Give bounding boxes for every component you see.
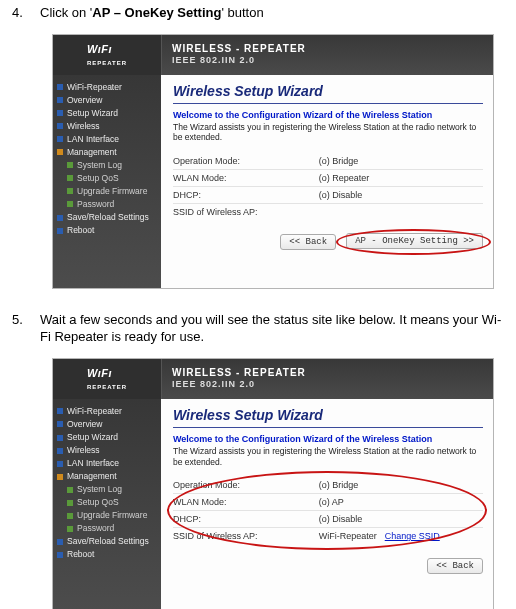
sidebar-item-label: Wireless [67,445,100,456]
step-5-instruction: 5. Wait a few seconds and you will see t… [12,311,504,346]
setting-value: (o) Disable [319,190,483,200]
sidebar-item-label: Management [67,471,117,482]
sidebar-item-label: Overview [67,419,102,430]
sidebar-item[interactable]: Management [53,146,161,159]
sidebar-item[interactable]: Wireless [53,120,161,133]
table-row: SSID of Wireless AP:WiFi-RepeaterChange … [173,527,483,544]
nav-bullet-icon [57,408,63,414]
sidebar-item[interactable]: Overview [53,94,161,107]
sidebar-item[interactable]: Upgrade Firmware [53,509,161,522]
sidebar-item[interactable]: Management [53,470,161,483]
sidebar-item[interactable]: Setup QoS [53,172,161,185]
nav-bullet-icon [67,487,73,493]
sidebar-item-label: LAN Interface [67,458,119,469]
nav-bullet-icon [67,175,73,181]
sidebar-item[interactable]: Upgrade Firmware [53,185,161,198]
sidebar-item-label: Overview [67,95,102,106]
sidebar-item[interactable]: WiFi-Repeater [53,81,161,94]
nav-bullet-icon [57,435,63,441]
nav-bullet-icon [67,526,73,532]
description-text: The Wizard assists you in registering th… [173,446,483,467]
setting-key: DHCP: [173,190,319,200]
setting-key: Operation Mode: [173,480,319,490]
sidebar-item-label: Password [77,199,114,210]
step-4-instruction: 4. Click on 'AP – OneKey Setting' button [12,4,504,22]
sidebar-item[interactable]: System Log [53,159,161,172]
sidebar-item[interactable]: System Log [53,483,161,496]
settings-table: Operation Mode:(o) BridgeWLAN Mode:(o) A… [173,477,483,544]
nav-bullet-icon [67,500,73,506]
sidebar-item-label: LAN Interface [67,134,119,145]
sidebar-item[interactable]: Save/Reload Settings [53,535,161,548]
nav-bullet-icon [57,474,63,480]
sidebar-item[interactable]: Password [53,522,161,535]
welcome-text: Welcome to the Configuration Wizard of t… [173,434,483,444]
nav-bullet-icon [57,215,63,221]
sidebar-item-label: System Log [77,160,122,171]
ap-onekey-setting-button[interactable]: AP - OneKey Setting >> [346,233,483,249]
sidebar-item-label: Upgrade Firmware [77,186,147,197]
step-5-text: Wait a few seconds and you will see the … [40,311,504,346]
nav-bullet-icon [57,539,63,545]
sidebar-item[interactable]: Setup QoS [53,496,161,509]
step-4-number: 4. [12,4,40,22]
setting-key: SSID of Wireless AP: [173,207,319,217]
sidebar-item-label: Reboot [67,225,94,236]
nav-bullet-icon [57,448,63,454]
table-row: DHCP:(o) Disable [173,186,483,203]
setting-key: WLAN Mode: [173,497,319,507]
nav-bullet-icon [57,552,63,558]
screenshot-router-ui-1: WıFı REPEATER WIRELESS - REPEATER IEEE 8… [52,34,494,289]
sidebar-item-label: Setup Wizard [67,432,118,443]
page-title: Wireless Setup Wizard [173,83,483,99]
header-titles: WIRELESS - REPEATER IEEE 802.IIN 2.0 [162,359,493,399]
nav-bullet-icon [57,228,63,234]
table-row: DHCP:(o) Disable [173,510,483,527]
step-4-text: Click on 'AP – OneKey Setting' button [40,4,504,22]
sidebar-item-label: Setup QoS [77,497,119,508]
change-ssid-link[interactable]: Change SSID [385,531,440,541]
table-row: Operation Mode:(o) Bridge [173,477,483,493]
sidebar-item[interactable]: Reboot [53,548,161,561]
sidebar-item[interactable]: Wireless [53,444,161,457]
back-button[interactable]: << Back [427,558,483,574]
sidebar-item[interactable]: Save/Reload Settings [53,211,161,224]
nav-bullet-icon [67,513,73,519]
table-row: WLAN Mode:(o) AP [173,493,483,510]
setting-key: SSID of Wireless AP: [173,531,319,541]
welcome-text: Welcome to the Configuration Wizard of t… [173,110,483,120]
sidebar-item[interactable]: Password [53,198,161,211]
sidebar-item[interactable]: LAN Interface [53,457,161,470]
setting-key: DHCP: [173,514,319,524]
table-row: SSID of Wireless AP: [173,203,483,220]
sidebar-item[interactable]: LAN Interface [53,133,161,146]
settings-table: Operation Mode:(o) BridgeWLAN Mode:(o) R… [173,153,483,220]
sidebar-item[interactable]: Reboot [53,224,161,237]
nav-bullet-icon [67,162,73,168]
sidebar-item-label: Save/Reload Settings [67,212,149,223]
nav-bullet-icon [57,97,63,103]
sidebar-item[interactable]: Overview [53,418,161,431]
step-5-number: 5. [12,311,40,346]
divider [173,103,483,104]
sidebar-item-label: Management [67,147,117,158]
sidebar-item-label: WiFi-Repeater [67,406,122,417]
sidebar-item-label: Upgrade Firmware [77,510,147,521]
sidebar-item[interactable]: Setup Wizard [53,107,161,120]
sidebar-item-label: Wireless [67,121,100,132]
page-title: Wireless Setup Wizard [173,407,483,423]
nav-bullet-icon [67,188,73,194]
brand-logo: WıFı REPEATER [53,359,162,399]
nav-bullet-icon [57,84,63,90]
sidebar-item-label: Reboot [67,549,94,560]
brand-logo: WıFı REPEATER [53,35,162,75]
sidebar-item[interactable]: Setup Wizard [53,431,161,444]
nav-bullet-icon [57,421,63,427]
sidebar-nav: WiFi-RepeaterOverviewSetup WizardWireles… [53,75,161,288]
setting-value: WiFi-RepeaterChange SSID [319,531,483,541]
header-titles: WIRELESS - REPEATER IEEE 802.IIN 2.0 [162,35,493,75]
back-button[interactable]: << Back [280,234,336,250]
nav-bullet-icon [57,461,63,467]
sidebar-item-label: WiFi-Repeater [67,82,122,93]
sidebar-item[interactable]: WiFi-Repeater [53,405,161,418]
